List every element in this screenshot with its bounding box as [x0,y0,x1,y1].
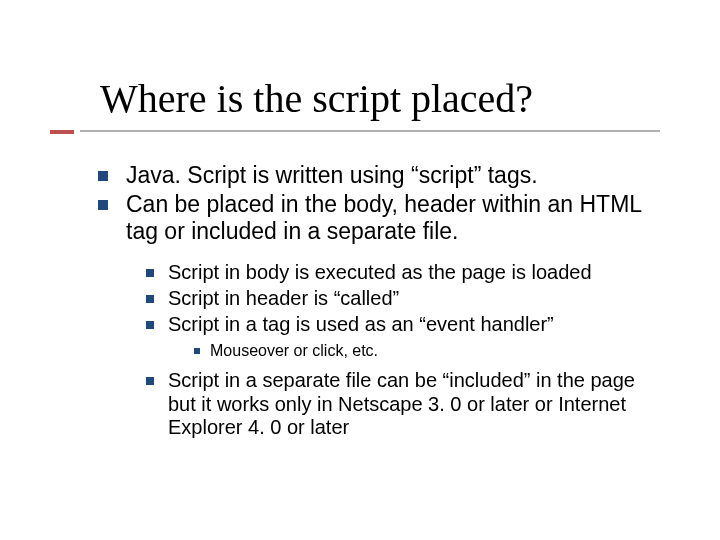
bullet-level1: Java. Script is written using “script” t… [98,162,668,189]
bullet-level2: Script in body is executed as the page i… [146,261,668,285]
square-bullet-icon [146,295,154,303]
bullet-text: Can be placed in the body, header within… [126,191,668,245]
bullet-text: Mouseover or click, etc. [210,342,668,361]
square-bullet-icon [146,321,154,329]
level2-group: Script in body is executed as the page i… [146,261,668,439]
title-underline [80,130,660,132]
bullet-level2: Script in a separate file can be “includ… [146,369,668,440]
square-bullet-icon [98,200,108,210]
bullet-level2: Script in header is “called” [146,287,668,311]
square-bullet-icon [146,269,154,277]
slide: Where is the script placed? Java. Script… [0,0,720,540]
slide-body: Java. Script is written using “script” t… [98,162,668,442]
bullet-text: Script in header is “called” [168,287,668,311]
square-bullet-icon [98,171,108,181]
bullet-level1: Can be placed in the body, header within… [98,191,668,245]
bullet-text: Script in a tag is used as an “event han… [168,313,668,337]
bullet-level2: Script in a tag is used as an “event han… [146,313,668,337]
square-bullet-icon [194,348,200,354]
title-accent [50,130,74,134]
square-bullet-icon [146,377,154,385]
bullet-text: Script in body is executed as the page i… [168,261,668,285]
slide-title: Where is the script placed? [100,78,533,120]
bullet-level3: Mouseover or click, etc. [194,342,668,361]
bullet-text: Script in a separate file can be “includ… [168,369,668,440]
level3-group: Mouseover or click, etc. [194,342,668,361]
bullet-text: Java. Script is written using “script” t… [126,162,668,189]
